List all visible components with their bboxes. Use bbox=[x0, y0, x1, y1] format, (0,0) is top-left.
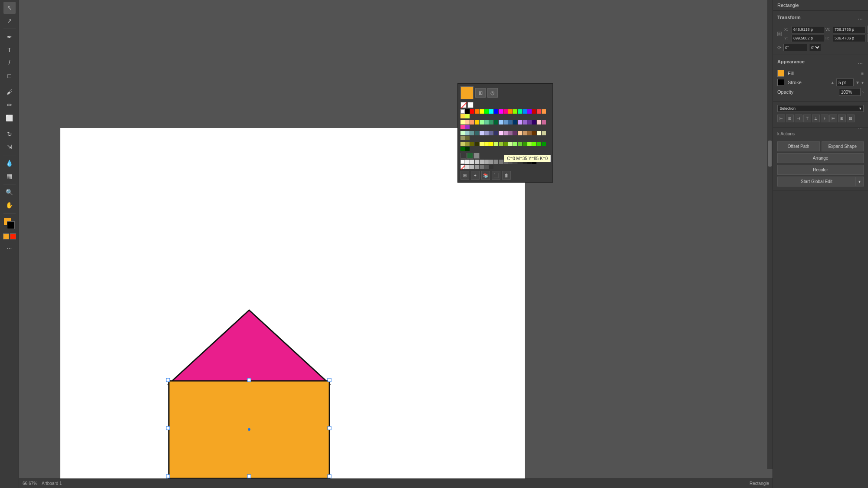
canvas-vscrollbar[interactable] bbox=[767, 0, 773, 469]
recolor-button[interactable]: Recolor bbox=[777, 165, 864, 175]
rotation-input[interactable] bbox=[783, 44, 807, 51]
c12[interactable] bbox=[513, 120, 517, 124]
distribute-left-btn[interactable]: ⊨ bbox=[829, 115, 837, 122]
pencil-tool[interactable]: ✏ bbox=[3, 99, 16, 111]
align-right-btn[interactable]: ⊣ bbox=[795, 115, 802, 122]
fill-color-mini[interactable] bbox=[3, 233, 9, 239]
e13[interactable] bbox=[518, 142, 522, 146]
color-black[interactable] bbox=[465, 109, 470, 114]
vscrollbar-thumb[interactable] bbox=[768, 141, 772, 167]
opacity-expand[interactable]: › bbox=[862, 90, 864, 95]
appearance-more-dots[interactable]: ··· bbox=[857, 59, 864, 67]
d12[interactable] bbox=[513, 131, 517, 135]
swatches-icon-btn[interactable]: ⊞ bbox=[475, 88, 486, 98]
distribute-right-btn[interactable]: ⊟ bbox=[847, 115, 855, 122]
color-dark-red[interactable] bbox=[532, 109, 536, 114]
d13[interactable] bbox=[518, 131, 522, 135]
color-peach[interactable] bbox=[542, 109, 546, 114]
c1[interactable] bbox=[460, 120, 465, 124]
c14[interactable] bbox=[523, 120, 527, 124]
zoom-level[interactable]: 66.67% bbox=[23, 481, 37, 486]
e14[interactable] bbox=[523, 142, 527, 146]
g4[interactable] bbox=[475, 160, 479, 164]
e6[interactable] bbox=[484, 142, 489, 146]
d20[interactable] bbox=[465, 136, 470, 140]
color-hot-pink[interactable] bbox=[503, 109, 508, 114]
d11[interactable] bbox=[508, 131, 513, 135]
align-to-dropdown[interactable]: Selection ▾ bbox=[777, 105, 864, 112]
d8[interactable] bbox=[494, 131, 498, 135]
gradient-tool[interactable]: ▦ bbox=[3, 170, 16, 182]
e19[interactable] bbox=[460, 147, 465, 151]
d1[interactable] bbox=[460, 131, 465, 135]
expand-shape-button[interactable]: Expand Shape bbox=[822, 141, 864, 151]
e20[interactable] bbox=[465, 147, 470, 151]
c5[interactable] bbox=[480, 120, 484, 124]
canvas-area[interactable]: ⊞ ◎ bbox=[19, 0, 773, 478]
e18[interactable] bbox=[542, 142, 546, 146]
delete-swatch-icon[interactable]: 🗑 bbox=[502, 171, 511, 180]
c18[interactable] bbox=[542, 120, 546, 124]
none-swatch[interactable] bbox=[460, 102, 467, 108]
more-tools[interactable]: ··· bbox=[3, 242, 16, 254]
g3[interactable] bbox=[470, 160, 474, 164]
align-center-h-btn[interactable]: ⊟ bbox=[786, 115, 794, 122]
m7[interactable] bbox=[489, 165, 493, 169]
paintbrush-tool[interactable]: 🖌 bbox=[3, 86, 16, 98]
new-swatch-icon[interactable]: ⬛ bbox=[492, 171, 500, 180]
align-center-v-btn[interactable]: ⊥ bbox=[812, 115, 820, 122]
c4[interactable] bbox=[475, 120, 479, 124]
align-more-dots[interactable]: ··· bbox=[857, 124, 864, 133]
register-swatch[interactable] bbox=[460, 153, 467, 159]
color-light-red[interactable] bbox=[537, 109, 541, 114]
color-gold[interactable] bbox=[460, 114, 465, 118]
g8[interactable] bbox=[494, 160, 498, 164]
m3[interactable] bbox=[470, 165, 474, 169]
stroke-swatch-large[interactable] bbox=[7, 221, 15, 229]
eyedropper-tool[interactable]: 💧 bbox=[3, 157, 16, 169]
e17[interactable] bbox=[537, 142, 541, 146]
m5[interactable] bbox=[480, 165, 484, 169]
handle-tr[interactable] bbox=[328, 378, 331, 382]
e7[interactable] bbox=[489, 142, 493, 146]
type-tool[interactable]: T bbox=[3, 44, 16, 56]
color-blue[interactable] bbox=[494, 109, 498, 114]
transform-more-dots[interactable]: ··· bbox=[857, 14, 864, 23]
color-magenta[interactable] bbox=[499, 109, 503, 114]
d7[interactable] bbox=[489, 131, 493, 135]
e4[interactable] bbox=[475, 142, 479, 146]
color-cyan[interactable] bbox=[489, 109, 493, 114]
opacity-value-input[interactable] bbox=[839, 88, 861, 96]
h-input[interactable] bbox=[833, 35, 865, 42]
stroke-color-mini[interactable] bbox=[10, 233, 16, 239]
d18[interactable] bbox=[542, 131, 546, 135]
d3[interactable] bbox=[470, 131, 474, 135]
g7[interactable] bbox=[489, 160, 493, 164]
arrange-button[interactable]: Arrange bbox=[777, 153, 864, 163]
add-swatch-icon[interactable]: + bbox=[471, 171, 480, 180]
color-wheel-icon-btn[interactable]: ◎ bbox=[487, 88, 498, 98]
c11[interactable] bbox=[508, 120, 513, 124]
c16[interactable] bbox=[532, 120, 536, 124]
g6[interactable] bbox=[484, 160, 489, 164]
global-edit-arrow-btn[interactable]: ▾ bbox=[856, 177, 864, 187]
d5[interactable] bbox=[480, 131, 484, 135]
distribute-center-h-btn[interactable]: ⊞ bbox=[838, 115, 846, 122]
align-top-btn[interactable]: ⊤ bbox=[803, 115, 811, 122]
hand-tool[interactable]: ✋ bbox=[3, 199, 16, 211]
large-color-swatch[interactable] bbox=[460, 86, 473, 99]
stroke-value-input[interactable] bbox=[836, 79, 854, 86]
d16[interactable] bbox=[532, 131, 536, 135]
gray-swatch[interactable] bbox=[473, 153, 480, 159]
m6[interactable] bbox=[484, 165, 489, 169]
c6[interactable] bbox=[484, 120, 489, 124]
e11[interactable] bbox=[508, 142, 513, 146]
rotate-tool[interactable]: ↻ bbox=[3, 128, 16, 140]
c20[interactable] bbox=[465, 125, 470, 129]
m2[interactable] bbox=[465, 165, 470, 169]
pen-tool[interactable]: ✒ bbox=[3, 31, 16, 43]
e3[interactable] bbox=[470, 142, 474, 146]
c15[interactable] bbox=[527, 120, 532, 124]
handle-bm[interactable] bbox=[247, 475, 251, 478]
e2[interactable] bbox=[465, 142, 470, 146]
